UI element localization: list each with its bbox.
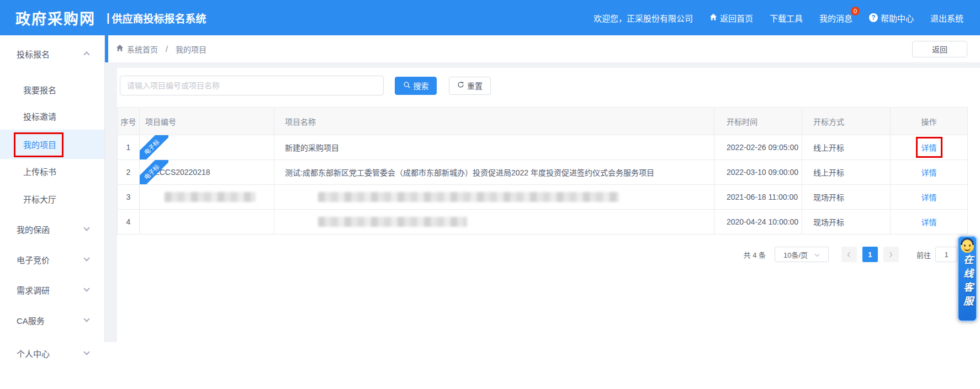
cell-project-name <box>274 185 714 210</box>
brand-divider: | <box>107 12 110 24</box>
col-header-open-mode: 开标方式 <box>802 108 891 135</box>
main-area: 系统首页 / 我的项目 返回 搜索 <box>105 35 980 389</box>
nav-download-tools[interactable]: 下载工具 <box>770 12 803 24</box>
sidebar-group-personal-center[interactable]: 个人中心 <box>0 339 104 367</box>
projects-table: 序号 项目编号 项目名称 开标时间 开标方式 操作 1 <box>117 107 968 235</box>
cell-project-name <box>274 210 714 235</box>
nav-my-messages[interactable]: 我的消息 0 <box>819 12 852 24</box>
sidebar-item-signup[interactable]: 我要报名 <box>0 76 104 103</box>
cell-action: 详情 <box>891 210 968 235</box>
breadcrumb-home[interactable]: 系统首页 <box>127 44 158 55</box>
pagination: 共 4 条 10条/页 1 前往 <box>117 247 957 262</box>
sidebar-item-invitation[interactable]: 投标邀请 <box>0 102 104 130</box>
col-header-action: 操作 <box>891 108 968 135</box>
cell-open-mode: 现场开标 <box>802 210 891 235</box>
col-header-name: 项目名称 <box>274 108 714 135</box>
detail-link[interactable]: 详情 <box>921 193 937 202</box>
cell-project-code: 电子标 ZZZCCS20220218 <box>140 160 274 185</box>
col-header-code: 项目编号 <box>140 108 274 135</box>
chevron-down-icon <box>83 285 89 291</box>
chevron-right-icon <box>889 252 893 258</box>
online-support-label: 在线客服 <box>960 254 974 310</box>
nav-help-center[interactable]: 帮助中心 <box>869 12 914 24</box>
chevron-down-icon <box>814 251 820 259</box>
detail-link[interactable]: 详情 <box>921 168 937 177</box>
chevron-left-icon <box>847 252 851 258</box>
goto-page-input[interactable] <box>935 247 957 262</box>
cell-open-time: 2022-02-26 09:05:00 <box>714 135 802 160</box>
page-size-select[interactable]: 10条/页 <box>775 247 829 262</box>
sidebar-item-upload-bid[interactable]: 上传标书 <box>0 157 104 185</box>
back-button[interactable]: 返回 <box>912 41 967 57</box>
electronic-bid-ribbon: 电子标 <box>140 135 168 160</box>
col-header-index: 序号 <box>118 108 140 135</box>
sidebar-group-e-auction[interactable]: 电子竞价 <box>0 246 104 273</box>
cell-project-name: 测试:成都东部新区党工委管委会（成都市东部新城办）投资促进局2022 年度投资促… <box>274 160 714 185</box>
chevron-down-icon <box>83 225 89 231</box>
cell-index: 3 <box>118 185 140 210</box>
chevron-down-icon <box>83 255 89 261</box>
cell-open-time: 2022-03-10 09:00:00 <box>714 160 802 185</box>
content-panel: 搜索 重置 <box>117 68 980 342</box>
reset-button[interactable]: 重置 <box>449 77 491 95</box>
cell-action: 详情 <box>891 135 968 160</box>
col-header-open-time: 开标时间 <box>714 108 802 135</box>
table-row: 4 2020-04-24 10:00:00 现场开标 详情 <box>118 210 968 235</box>
page-number-button[interactable]: 1 <box>862 247 878 262</box>
cell-index: 4 <box>118 210 140 235</box>
prev-page-button[interactable] <box>841 247 857 262</box>
cell-project-code <box>140 210 274 235</box>
home-icon <box>116 44 124 54</box>
chevron-up-icon <box>83 51 89 57</box>
cell-open-time: 2021-06-18 11:00:00 <box>714 185 802 210</box>
table-row: 3 2021-06-18 11:00:00 现场开标 详情 <box>118 185 968 210</box>
goto-label: 前往 <box>917 249 931 260</box>
cell-open-mode: 线上开标 <box>802 160 891 185</box>
cell-project-code <box>140 185 274 210</box>
cell-action: 详情 <box>891 185 968 210</box>
online-support-widget[interactable]: 在线客服 <box>957 236 977 322</box>
redacted-project-code <box>165 192 256 202</box>
sidebar-item-bid-opening-hall[interactable]: 开标大厅 <box>0 185 104 212</box>
search-button[interactable]: 搜索 <box>395 77 437 95</box>
cell-open-time: 2020-04-24 10:00:00 <box>714 210 802 235</box>
breadcrumb: 系统首页 / 我的项目 返回 <box>105 35 980 62</box>
breadcrumb-separator: / <box>166 45 168 54</box>
detail-link[interactable]: 详情 <box>921 143 937 152</box>
cell-project-code: 电子标 <box>140 135 274 160</box>
top-bar: 政府采购网 | 供应商投标报名系统 欢迎您，正采股份有限公司 返回首页 下载工具… <box>0 0 980 35</box>
cell-action: 详情 <box>891 160 968 185</box>
cell-project-name: 新建的采购项目 <box>274 135 714 160</box>
layout-gutter <box>105 68 117 342</box>
top-nav: 欢迎您，正采股份有限公司 返回首页 下载工具 我的消息 0 帮助中心 退出系统 <box>594 12 963 24</box>
message-count-badge: 0 <box>851 7 860 15</box>
sidebar-item-my-projects[interactable]: 我的项目 <box>0 130 104 159</box>
cell-open-mode: 线上开标 <box>802 135 891 160</box>
nav-home[interactable]: 返回首页 <box>709 12 753 24</box>
chevron-down-icon <box>83 349 89 355</box>
smiley-headset-icon <box>961 239 974 253</box>
home-icon <box>709 13 717 23</box>
welcome-text: 欢迎您，正采股份有限公司 <box>594 12 693 24</box>
detail-link[interactable]: 详情 <box>921 218 937 227</box>
sidebar: 投标报名 我要报名 投标邀请 我的项目 上传标书 开标大厅 我的保函 电子竞价 … <box>0 35 105 342</box>
next-page-button[interactable] <box>883 247 899 262</box>
search-input[interactable] <box>120 76 384 95</box>
cell-index: 2 <box>118 160 140 185</box>
redacted-project-name <box>318 192 619 202</box>
bottom-strip <box>105 342 980 389</box>
sidebar-group-guarantee[interactable]: 我的保函 <box>0 215 104 243</box>
question-icon <box>869 13 878 22</box>
sidebar-group-demand-research[interactable]: 需求调研 <box>0 276 104 303</box>
table-row: 2 电子标 ZZZCCS20220218 测试:成都东部新区党工委管委会（成都市… <box>118 160 968 185</box>
refresh-icon <box>457 81 464 90</box>
nav-logout[interactable]: 退出系统 <box>930 12 963 24</box>
redacted-project-name <box>318 217 467 227</box>
cell-open-mode: 现场开标 <box>802 185 891 210</box>
breadcrumb-current: 我的项目 <box>176 44 206 55</box>
search-icon <box>403 81 411 90</box>
table-row: 1 电子标 新建的采购项目 2022-02-26 09:05:00 线上开标 <box>118 135 968 160</box>
cell-index: 1 <box>118 135 140 160</box>
sidebar-group-ca-service[interactable]: CA服务 <box>0 306 104 334</box>
sidebar-group-bidding[interactable]: 投标报名 <box>0 40 104 67</box>
